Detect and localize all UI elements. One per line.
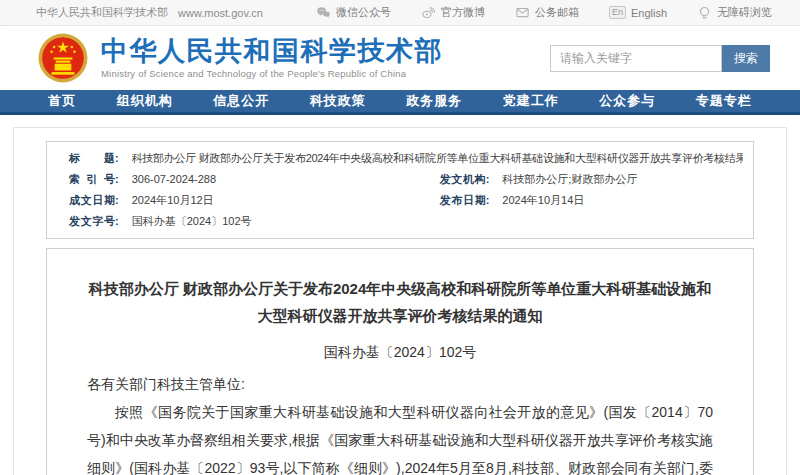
nav-item-organization[interactable]: 组织机构 [117,92,173,110]
main-nav: 首页 组织机构 信息公开 科技政策 政务服务 党建工作 公众参与 专题专栏 [0,90,800,115]
search-button[interactable]: 搜索 [722,45,770,72]
english-label: English [631,7,667,19]
meta-publish-date-value: 2024年10月14日 [502,190,584,211]
meta-title-value: 科技部办公厅 财政部办公厅关于发布2024年中央级高校和科研院所等单位重大科研基… [132,148,743,169]
accessibility-link[interactable]: 无障碍浏览 [697,5,772,20]
nav-item-party-building[interactable]: 党建工作 [503,92,559,110]
nav-item-sci-tech-policy[interactable]: 科技政策 [310,92,366,110]
meta-row-dates: 成文日期: 2024年10月12日 发布日期: 2024年10月14日 [69,190,743,211]
accessibility-label: 无障碍浏览 [717,5,772,20]
meta-index-value: 306-07-2024-288 [132,169,216,190]
nav-item-gov-services[interactable]: 政务服务 [406,92,462,110]
site-header: 中华人民共和国科学技术部 Ministry of Science and Tec… [0,26,800,90]
national-emblem-logo [38,33,88,83]
english-link[interactable]: En English [609,6,667,19]
home-link[interactable]: 中华人民共和国科学技术部 Ministry of Science and Tec… [38,33,443,83]
meta-doc-no-value: 国科办基〔2024〕102号 [132,211,252,232]
english-badge-icon: En [609,6,626,19]
weibo-icon [421,5,436,20]
nav-item-home[interactable]: 首页 [48,92,76,110]
article-title: 科技部办公厅 财政部办公厅关于发布2024年中央级高校和科研院所等单位重大科研基… [87,275,713,329]
mailbox-label: 公务邮箱 [535,5,579,20]
weibo-link[interactable]: 官方微博 [421,5,485,20]
meta-index-label: 索引号 [69,169,115,190]
nav-item-public-participation[interactable]: 公众参与 [599,92,655,110]
meta-doc-no-label: 发文字号 [69,211,115,232]
search-input[interactable] [550,45,722,72]
search-bar: 搜索 [550,45,770,72]
nav-item-special-topics[interactable]: 专题专栏 [696,92,752,110]
weibo-label: 官方微博 [441,5,485,20]
meta-publish-date-label: 发布日期 [440,190,486,211]
meta-written-date-label: 成文日期 [69,190,115,211]
meta-row-index-issuer: 索引号: 306-07-2024-288 发文机构: 科技部办公厅;财政部办公厅 [69,169,743,190]
meta-row-title: 标题: 科技部办公厅 财政部办公厅关于发布2024年中央级高校和科研院所等单位重… [69,148,743,169]
content-container: 标题: 科技部办公厅 财政部办公厅关于发布2024年中央级高校和科研院所等单位重… [13,127,787,475]
site-subtitle: Ministry of Science and Technology of th… [101,68,443,79]
site-name-text: 中华人民共和国科学技术部 [36,5,168,20]
mailbox-link[interactable]: 公务邮箱 [515,5,579,20]
accessibility-icon [697,5,712,20]
article-doc-number: 国科办基〔2024〕102号 [87,344,713,362]
site-url-link[interactable]: www.most.gov.cn [178,7,263,19]
page-content: 标题: 科技部办公厅 财政部办公厅关于发布2024年中央级高校和科研院所等单位重… [0,115,800,475]
nav-item-info-disclosure[interactable]: 信息公开 [213,92,269,110]
meta-title-label: 标题 [69,148,115,169]
utility-bar: 中华人民共和国科学技术部 www.most.gov.cn 微信公众号 官方微博 … [0,0,800,26]
meta-row-doc-number: 发文字号: 国科办基〔2024〕102号 [69,211,743,232]
wechat-label: 微信公众号 [336,5,391,20]
meta-written-date-value: 2024年10月12日 [132,190,214,211]
wechat-icon [316,5,331,20]
wechat-link[interactable]: 微信公众号 [316,5,391,20]
meta-issuer-value: 科技部办公厅;财政部办公厅 [502,169,637,190]
document-metadata-box: 标题: 科技部办公厅 财政部办公厅关于发布2024年中央级高校和科研院所等单位重… [46,141,754,239]
article-box: 科技部办公厅 财政部办公厅关于发布2024年中央级高校和科研院所等单位重大科研基… [46,248,754,475]
meta-issuer-label: 发文机构 [440,169,486,190]
article-salutation: 各有关部门科技主管单位: [87,370,713,398]
article-paragraph-1: 按照《国务院关于国家重大科研基础设施和大型科研仪器向社会开放的意见》(国发〔20… [87,398,713,475]
site-title: 中华人民共和国科学技术部 [101,37,443,65]
mail-icon [515,5,530,20]
